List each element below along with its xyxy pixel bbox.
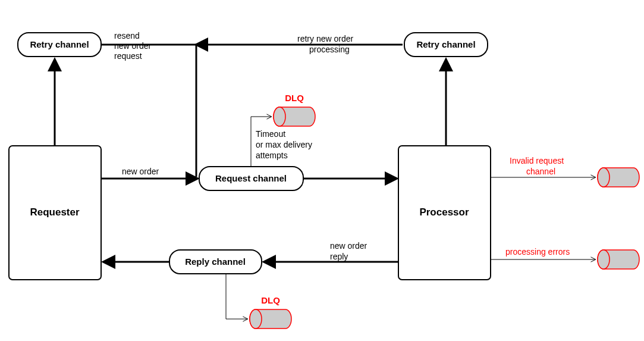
svg-point-9 xyxy=(598,250,610,269)
resend-label-2: new order xyxy=(114,41,152,51)
resend-label-3: request xyxy=(114,51,142,61)
retry-proc-label-2: processing xyxy=(309,45,350,54)
reply-channel-label: Reply channel xyxy=(185,256,246,267)
retry-right-label: Retry channel xyxy=(416,39,475,49)
retry-proc-label-1: retry new order xyxy=(297,34,353,43)
request-channel-label: Request channel xyxy=(215,173,287,183)
retry-channel-left: Retry channel xyxy=(18,33,101,57)
svg-point-6 xyxy=(274,107,285,126)
resend-path: resend new order request xyxy=(101,31,196,177)
dlq-top: DLQ xyxy=(274,93,315,126)
requester-label: Requester xyxy=(30,207,80,218)
new-order-label: new order xyxy=(122,167,159,176)
arrow-reply-to-dlq xyxy=(226,274,247,319)
requester-box: Requester xyxy=(9,146,101,280)
retry-left-label: Retry channel xyxy=(30,39,89,49)
timeout-label-1: Timeout xyxy=(256,129,285,139)
dlq-bottom: DLQ xyxy=(250,295,291,329)
reply-channel: Reply channel xyxy=(169,250,262,274)
dlq-bottom-label: DLQ xyxy=(261,295,280,305)
resend-label-1: resend xyxy=(114,31,140,40)
retry-channel-right: Retry channel xyxy=(404,33,488,57)
svg-point-7 xyxy=(250,309,262,329)
reply-label-1: new order xyxy=(330,241,367,251)
svg-point-8 xyxy=(598,168,610,187)
request-channel: Request channel xyxy=(199,167,303,190)
processor-label: Processor xyxy=(419,207,469,218)
processing-errors-cylinder xyxy=(598,250,639,269)
invalid-req-label-2: channel xyxy=(526,167,555,176)
processor-box: Processor xyxy=(398,146,491,280)
processing-errors-label: processing errors xyxy=(505,247,570,256)
timeout-label-3: attempts xyxy=(256,151,288,160)
reply-label-2: reply xyxy=(330,252,348,261)
invalid-req-label-1: Invalid request xyxy=(510,156,564,165)
dlq-top-label: DLQ xyxy=(285,93,304,103)
invalid-request-cylinder xyxy=(598,168,639,187)
timeout-label-2: or max delivery xyxy=(256,140,312,149)
